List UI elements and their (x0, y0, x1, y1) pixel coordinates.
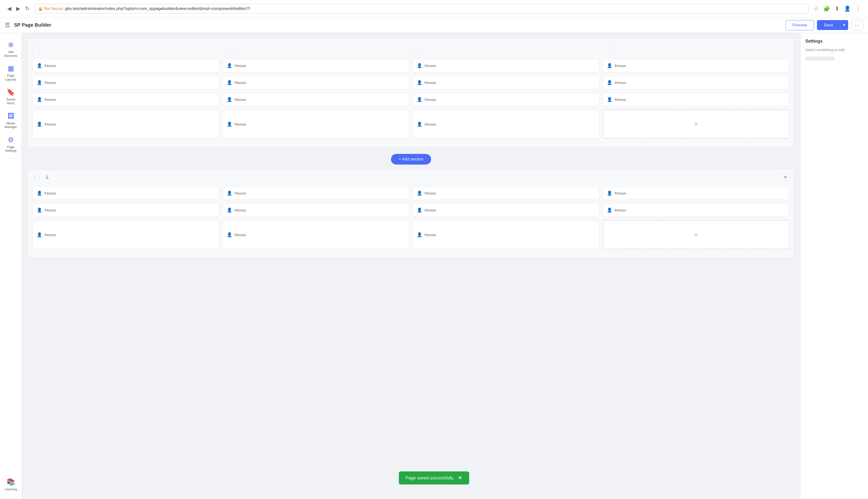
add-element-cell-l[interactable]: + (603, 220, 790, 249)
sidebar-item-page-settings[interactable]: ⚙ PageSettings (1, 133, 21, 156)
person-label: Person (425, 122, 436, 126)
not-secure-label: Not Secure (44, 7, 63, 11)
back-button[interactable]: ◀ (6, 4, 13, 13)
person-label: Person (235, 233, 246, 237)
person-icon: 👤 (37, 191, 42, 196)
row-1: 👤Person 👤Person 👤Person 👤Person (33, 59, 790, 72)
section-l-settings-button[interactable]: ⚙ (781, 173, 790, 181)
section-drag-handle[interactable]: ⋮⋮ (33, 174, 41, 180)
l-person-card-2-2[interactable]: 👤Person (223, 203, 409, 217)
sidebar-item-saved-items[interactable]: 🔖 SavedItems (1, 85, 21, 108)
person-card-2-4[interactable]: 👤Person (603, 76, 790, 89)
drag-icon-3: ⋮⋮ (417, 46, 427, 51)
add-section-button[interactable]: + Add section (391, 154, 431, 165)
person-label: Person (425, 233, 436, 237)
l-person-card-3-1[interactable]: 👤Person (33, 220, 219, 249)
person-label: Person (425, 81, 436, 85)
browser-more-button[interactable]: ⋮ (854, 4, 862, 13)
more-options-button[interactable]: ⋯ (851, 20, 863, 31)
page-layouts-icon: ▦ (8, 64, 14, 72)
person-card-2-2[interactable]: 👤Person (223, 76, 409, 89)
page-settings-label: PageSettings (5, 145, 16, 153)
person-label: Person (425, 208, 436, 212)
person-label: Person (235, 208, 246, 212)
l-person-card-2-3[interactable]: 👤Person (413, 203, 599, 217)
person-icon: 👤 (37, 121, 42, 127)
drag-icon-1: ⋮⋮ (37, 46, 47, 51)
sidebar-item-learning[interactable]: 📚 Learning (1, 475, 21, 494)
person-card-1-4[interactable]: 👤Person (603, 59, 790, 72)
section-l-header: ⋮⋮ L ⚙ (28, 170, 794, 182)
drag-handle-card-2: ⋮⋮ (223, 42, 409, 56)
header-actions: Preview Save ▾ ⋯ (785, 20, 863, 31)
url-bar[interactable]: 🔒 Not Secure gbs.test/administrator/inde… (35, 4, 808, 14)
person-card-2-3[interactable]: 👤Person (413, 76, 599, 89)
right-panel: Settings Select something to edit! (800, 33, 868, 499)
person-card-4-3[interactable]: 👤Person (413, 110, 599, 139)
section-l: ⋮⋮ L ⚙ 👤Person 👤Person 👤Person 👤Person 👤… (27, 169, 794, 258)
l-person-card-1-2[interactable]: 👤Person (223, 186, 409, 200)
person-icon: 👤 (417, 121, 422, 127)
person-icon: 👤 (227, 191, 232, 196)
person-icon: 👤 (607, 191, 612, 196)
drag-handle-card-4: ⋮⋮ (603, 42, 790, 56)
app-header: ☰ SP Page Builder Preview Save ▾ ⋯ (0, 17, 868, 33)
person-icon: 👤 (417, 97, 422, 102)
add-elements-icon: ⊕ (8, 41, 14, 49)
main-content: ⋮⋮ ⋮⋮ ⋮⋮ ⋮⋮ 👤Person 👤Person 👤Person 👤Per… (22, 33, 800, 499)
person-card-4-1[interactable]: 👤Person (33, 110, 219, 139)
page-settings-icon: ⚙ (8, 136, 14, 144)
extensions-button[interactable]: 🧩 (822, 4, 831, 13)
person-icon: 👤 (37, 63, 42, 68)
add-element-cell-top[interactable]: + (603, 110, 790, 139)
media-manager-label: MediaManager (4, 121, 17, 129)
toast-notification: Page saved successfully. ✕ (399, 472, 469, 485)
sidebar-item-media-manager[interactable]: 🖼 MediaManager (1, 109, 21, 132)
section-l-label: L (46, 174, 49, 180)
l-person-card-1-1[interactable]: 👤Person (33, 186, 219, 200)
lock-icon: 🔒 (38, 6, 43, 11)
save-button[interactable]: Save (817, 20, 840, 30)
preview-button[interactable]: Preview (785, 20, 814, 30)
refresh-button[interactable]: ↻ (24, 4, 31, 13)
person-card-3-1[interactable]: 👤Person (33, 93, 219, 106)
person-icon: 👤 (37, 80, 42, 85)
l-person-card-3-3[interactable]: 👤Person (413, 220, 599, 249)
section-l-row-2: 👤Person 👤Person 👤Person 👤Person (33, 203, 790, 217)
person-card-1-3[interactable]: 👤Person (413, 59, 599, 72)
l-person-card-2-1[interactable]: 👤Person (33, 203, 219, 217)
toast-close-button[interactable]: ✕ (458, 475, 462, 481)
person-label: Person (615, 208, 626, 212)
person-card-2-1[interactable]: 👤Person (33, 76, 219, 89)
sidebar-item-add-elements[interactable]: ⊕ Add Elements (1, 38, 21, 61)
l-person-card-1-4[interactable]: 👤Person (603, 186, 790, 200)
person-card-3-3[interactable]: 👤Person (413, 93, 599, 106)
add-elements-label: Add Elements (3, 50, 18, 58)
section-top: ⋮⋮ ⋮⋮ ⋮⋮ ⋮⋮ 👤Person 👤Person 👤Person 👤Per… (27, 38, 794, 147)
l-person-card-1-3[interactable]: 👤Person (413, 186, 599, 200)
person-label: Person (425, 64, 436, 68)
bookmark-button[interactable]: ☆ (813, 4, 820, 13)
person-card-1-1[interactable]: 👤Person (33, 59, 219, 72)
person-card-3-4[interactable]: 👤Person (603, 93, 790, 106)
l-person-card-3-2[interactable]: 👤Person (223, 220, 409, 249)
profile-button[interactable]: 👤 (843, 4, 852, 13)
l-person-card-2-4[interactable]: 👤Person (603, 203, 790, 217)
section-l-left: ⋮⋮ L (33, 174, 49, 180)
person-label: Person (425, 98, 436, 102)
browser-nav: ◀ ▶ ↻ (6, 4, 31, 13)
browser-icons: ☆ 🧩 ⬇ 👤 ⋮ (813, 4, 862, 13)
person-card-3-2[interactable]: 👤Person (223, 93, 409, 106)
person-icon: 👤 (227, 63, 232, 68)
save-dropdown-button[interactable]: ▾ (840, 20, 848, 30)
download-button[interactable]: ⬇ (833, 4, 841, 13)
forward-button[interactable]: ▶ (15, 4, 22, 13)
person-card-1-2[interactable]: 👤Person (223, 59, 409, 72)
hamburger-button[interactable]: ☰ (5, 22, 10, 28)
sidebar-item-page-layouts[interactable]: ▦ Page Layouts (1, 61, 21, 84)
person-card-4-2[interactable]: 👤Person (223, 110, 409, 139)
drag-handle-card-1: ⋮⋮ (33, 42, 219, 56)
app-title: SP Page Builder (14, 22, 785, 28)
plus-icon-l: + (694, 230, 699, 239)
row-4-last: 👤Person 👤Person 👤Person + (33, 110, 790, 139)
